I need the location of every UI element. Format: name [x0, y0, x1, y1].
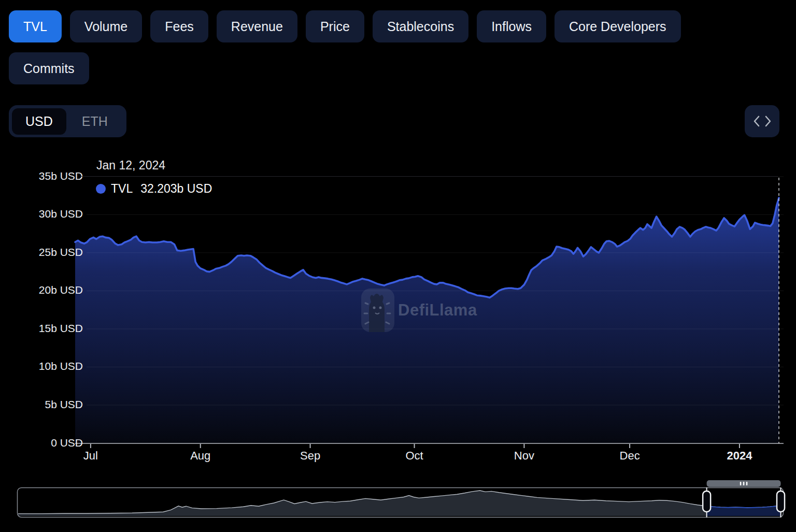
y-axis-label: 30b USD: [0, 208, 83, 220]
tooltip-value: 32.203b USD: [140, 182, 212, 196]
navigator-left-handle[interactable]: [703, 491, 710, 512]
x-axis-label: Dec: [599, 449, 661, 463]
navigator-area: [18, 491, 781, 516]
x-axis-label: Nov: [493, 449, 555, 463]
y-axis-label: 35b USD: [0, 170, 83, 182]
y-axis-label: 15b USD: [0, 322, 83, 335]
tooltip-series-name: TVL: [111, 182, 133, 196]
x-axis-label: Oct: [383, 449, 446, 463]
tooltip-series-row: TVL 32.203b USD: [96, 182, 212, 196]
tooltip-divider: [80, 176, 778, 177]
x-axis-label: Aug: [169, 449, 232, 463]
y-axis-label: 0 USD: [0, 437, 83, 449]
grip-dots-icon: [746, 482, 748, 485]
navigator-strip[interactable]: [18, 480, 785, 517]
series-dot-icon: [96, 184, 106, 194]
grip-dots-icon: [743, 482, 745, 485]
x-axis-label: Sep: [279, 449, 342, 463]
y-axis-label: 20b USD: [0, 284, 83, 296]
llama-logo-icon: [361, 289, 394, 332]
y-axis-label: 25b USD: [0, 246, 83, 258]
x-axis-label: Jul: [60, 449, 122, 463]
grip-dots-icon: [740, 482, 742, 485]
y-axis-label: 5b USD: [0, 398, 83, 411]
navigator-right-handle[interactable]: [777, 491, 785, 512]
tooltip-date: Jan 12, 2024: [96, 159, 165, 172]
x-axis-label: 2024: [708, 449, 771, 463]
page: { "page": {"background": "#000000"}, "ta…: [0, 0, 796, 532]
y-axis-label: 10b USD: [0, 360, 83, 372]
watermark: DefiLlama: [398, 301, 477, 320]
